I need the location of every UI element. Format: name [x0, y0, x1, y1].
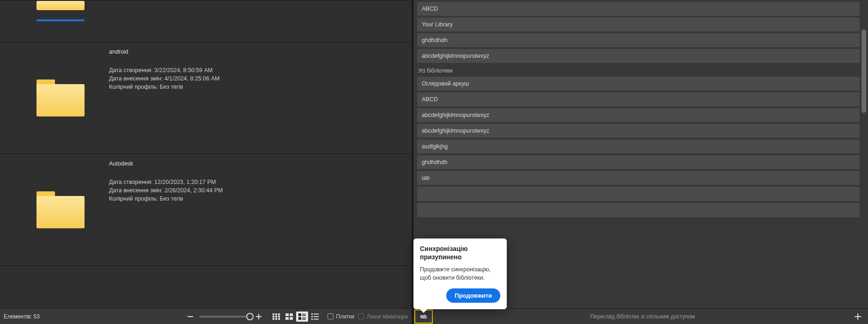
- sync-paused-popover: Синхронізацію призупинено Продовжте синх…: [413, 238, 507, 309]
- svg-rect-20: [302, 318, 306, 318]
- thumbnails-only-checkbox[interactable]: Лише мініатюри: [358, 313, 408, 320]
- item-count: Елементів: 53: [4, 313, 40, 320]
- file-list: android Дата створення: 3/22/2024, 8:50:…: [0, 0, 412, 308]
- svg-rect-0: [188, 316, 193, 317]
- content-panel: android Дата створення: 3/22/2024, 8:50:…: [0, 0, 413, 324]
- file-row[interactable]: android Дата створення: 3/22/2024, 8:50:…: [0, 42, 412, 154]
- tiles-checkbox[interactable]: Плитки: [328, 313, 355, 320]
- svg-rect-17: [302, 314, 306, 315]
- tiles-label: Плитки: [336, 313, 355, 320]
- svg-rect-21: [302, 319, 306, 320]
- file-name: android: [109, 48, 412, 56]
- library-item[interactable]: ABCD: [417, 2, 860, 16]
- svg-rect-31: [857, 313, 858, 320]
- libraries-toolbar: Перегляд бібліотек зі спільним доступом: [413, 308, 868, 324]
- popover-title: Синхронізацію призупинено: [420, 245, 500, 261]
- library-item[interactable]: iab: [417, 171, 860, 185]
- view-grid-large-button[interactable]: [283, 312, 295, 322]
- library-item[interactable]: [417, 187, 860, 201]
- library-item[interactable]: ABCD: [417, 92, 860, 106]
- folder-icon: [36, 79, 85, 116]
- popover-body: Продовжте синхронізацію, щоб оновити біб…: [420, 266, 500, 282]
- add-library-button[interactable]: [852, 311, 863, 322]
- svg-rect-22: [311, 313, 313, 315]
- library-item[interactable]: abcdefghijklmnopurstwxyz: [417, 108, 860, 122]
- library-item[interactable]: ghdhdhdh: [417, 33, 860, 47]
- file-metadata: android Дата створення: 3/22/2024, 8:50:…: [109, 46, 412, 92]
- checkbox-icon: [358, 313, 364, 319]
- library-item[interactable]: abcdefghijklmnopurstwxyz: [417, 124, 860, 138]
- thumbs-only-label: Лише мініатюри: [367, 313, 408, 320]
- folder-icon: [36, 1, 85, 19]
- svg-rect-14: [285, 317, 289, 320]
- view-mode-group: [270, 312, 321, 322]
- zoom-slider[interactable]: [199, 316, 250, 318]
- library-item[interactable]: Your Library: [417, 18, 860, 31]
- folder-icon-wrap: [7, 0, 109, 38]
- svg-rect-13: [290, 313, 293, 316]
- svg-rect-29: [426, 317, 427, 319]
- svg-rect-18: [302, 315, 306, 316]
- zoom-controls: [185, 312, 264, 322]
- library-item[interactable]: ghdhdhdh: [417, 155, 860, 169]
- view-details-button[interactable]: [296, 312, 308, 322]
- file-row[interactable]: Autodesk Дата створення: 12/20/2023, 1:2…: [0, 154, 412, 266]
- plus-icon: [855, 313, 861, 320]
- file-metadata: Autodesk Дата створення: 12/20/2023, 1:2…: [109, 158, 412, 203]
- svg-rect-23: [314, 313, 319, 314]
- svg-rect-16: [298, 313, 301, 316]
- file-row[interactable]: [0, 0, 412, 42]
- checkbox-icon: [328, 313, 334, 319]
- libraries-scrollbar[interactable]: [862, 2, 866, 307]
- folder-icon: [36, 191, 85, 228]
- folder-icon-wrap: [7, 46, 109, 150]
- zoom-out-button[interactable]: [185, 312, 195, 322]
- library-item[interactable]: asdfglkjhg: [417, 140, 860, 153]
- svg-rect-2: [258, 314, 259, 319]
- svg-rect-19: [298, 317, 301, 320]
- svg-rect-10: [275, 318, 277, 320]
- svg-rect-7: [275, 316, 277, 318]
- svg-rect-26: [311, 318, 313, 320]
- cloud-paused-icon: [419, 313, 428, 320]
- svg-rect-3: [273, 313, 274, 315]
- library-item[interactable]: [417, 203, 860, 217]
- svg-rect-12: [285, 313, 289, 316]
- content-toolbar: Елементів: 53: [0, 308, 412, 324]
- zoom-in-button[interactable]: [254, 312, 264, 322]
- libraries-panel: ABCD Your Library ghdhdhdh abcdefghijklm…: [413, 0, 868, 324]
- library-item[interactable]: abcdefghijklmnopurstwxyz: [417, 49, 860, 63]
- scrollbar-thumb[interactable]: [862, 30, 866, 113]
- svg-rect-8: [278, 316, 280, 318]
- file-name: Autodesk: [109, 159, 412, 168]
- svg-rect-28: [425, 317, 426, 319]
- svg-rect-5: [278, 313, 280, 315]
- svg-rect-15: [290, 317, 293, 320]
- view-list-button[interactable]: [309, 312, 321, 322]
- libraries-group-title: Усі бібліотеки: [418, 67, 860, 74]
- folder-icon-wrap: [7, 158, 109, 262]
- svg-rect-4: [275, 313, 277, 315]
- svg-rect-9: [273, 318, 274, 320]
- svg-rect-25: [314, 316, 319, 317]
- view-grid-small-button[interactable]: [270, 312, 282, 322]
- svg-rect-27: [314, 318, 319, 319]
- continue-button[interactable]: Продовжити: [446, 288, 500, 303]
- zoom-slider-knob[interactable]: [246, 313, 254, 320]
- svg-rect-11: [278, 318, 280, 320]
- shared-libraries-link[interactable]: Перегляд бібліотек зі спільним доступом: [437, 313, 848, 320]
- svg-rect-6: [273, 316, 274, 318]
- library-item[interactable]: Оглядовий аркуш: [417, 77, 860, 91]
- svg-rect-24: [311, 316, 313, 317]
